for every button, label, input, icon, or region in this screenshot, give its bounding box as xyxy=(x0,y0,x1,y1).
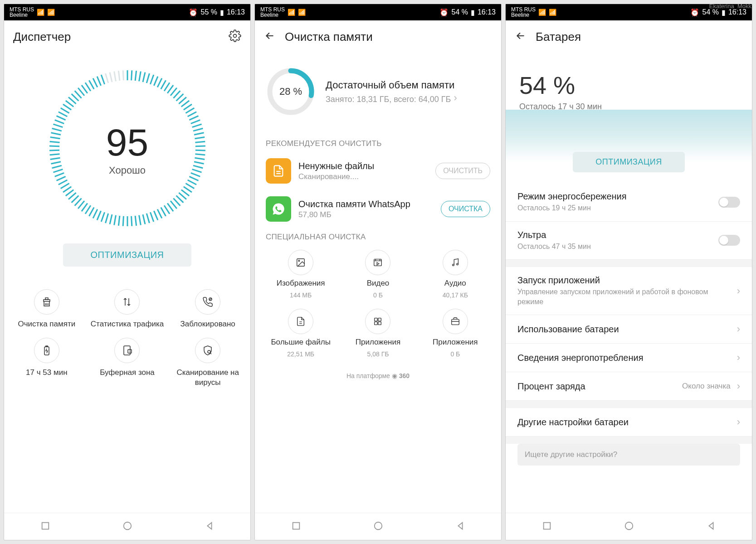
junk-sub: Сканирование.... xyxy=(298,172,428,181)
svg-line-2 xyxy=(131,70,132,80)
ctile-apps[interactable]: Приложения 5,08 ГБ xyxy=(341,309,415,358)
audio-icon xyxy=(443,250,468,275)
phone-manager: MTS RUS Beeline 📶 📶 ⏰ 55 % ▮ 16:13 Диспе… xyxy=(4,4,251,540)
svg-line-46 xyxy=(164,205,170,214)
whatsapp-icon xyxy=(266,196,291,222)
ctile-audio[interactable]: Аудио 40,17 КБ xyxy=(419,250,492,299)
nav-home-icon[interactable] xyxy=(624,521,634,533)
back-icon[interactable] xyxy=(264,30,276,44)
svg-line-21 xyxy=(189,116,198,120)
battery-remaining: Осталось 17 ч 30 мин xyxy=(519,102,738,112)
watermark: Ekaterina_Mokk xyxy=(709,3,751,10)
tile-dropzone[interactable]: Буферная зона xyxy=(89,338,166,387)
dropzone-icon xyxy=(114,338,140,363)
svg-line-7 xyxy=(150,75,153,84)
video-icon xyxy=(365,250,390,275)
ctile-bigfiles[interactable]: Большие файлы 22,51 МБ xyxy=(264,309,337,358)
svg-line-53 xyxy=(139,215,141,225)
svg-line-61 xyxy=(105,214,108,223)
svg-line-78 xyxy=(53,169,63,172)
row-details[interactable]: Сведения энергопотребления › xyxy=(506,344,752,372)
nav-recent-icon[interactable] xyxy=(40,521,50,533)
ctile-video[interactable]: Видео 0 Б xyxy=(341,250,415,299)
gear-icon[interactable] xyxy=(229,29,241,44)
clean-button[interactable]: ОЧИСТИТЬ xyxy=(435,163,490,179)
svg-line-47 xyxy=(161,208,166,216)
svg-line-102 xyxy=(89,80,94,89)
memory-summary[interactable]: 28 % Достаточный объем памяти Занято: 18… xyxy=(255,53,501,135)
nav-back-icon[interactable] xyxy=(205,521,215,533)
nav-recent-icon[interactable] xyxy=(291,521,301,533)
traffic-icon xyxy=(114,289,140,315)
svg-rect-128 xyxy=(378,322,381,325)
nav-home-icon[interactable] xyxy=(373,521,383,533)
memory-sub: Занято: 18,31 ГБ, всего: 64,00 ГБ xyxy=(326,95,451,104)
toggle-power-saving[interactable] xyxy=(718,197,740,208)
back-icon[interactable] xyxy=(515,30,527,44)
clean-button[interactable]: ОЧИСТКА xyxy=(441,201,490,217)
svg-line-89 xyxy=(53,124,63,127)
svg-line-75 xyxy=(58,180,67,185)
alarm-icon: ⏰ xyxy=(690,8,699,17)
ctile-apps2[interactable]: Приложения 0 Б xyxy=(419,309,492,358)
svg-line-27 xyxy=(195,141,205,142)
page-title: Очистка памяти xyxy=(285,30,492,44)
svg-line-33 xyxy=(193,165,203,168)
tile-label: 17 ч 53 мин xyxy=(26,368,67,377)
tile-blocked[interactable]: Заблокировано xyxy=(170,289,246,329)
svg-line-71 xyxy=(68,193,76,199)
svg-point-121 xyxy=(298,260,300,262)
svg-line-12 xyxy=(167,85,173,93)
phone-cleanup: MTS RUS Beeline 📶 📶 ⏰ 54 % ▮ 16:13 Очист… xyxy=(254,4,502,540)
tile-cleanup[interactable]: Очистка памяти xyxy=(9,289,85,329)
svg-line-93 xyxy=(60,108,69,113)
svg-point-123 xyxy=(452,264,454,266)
svg-point-0 xyxy=(234,34,237,38)
svg-line-3 xyxy=(135,71,137,81)
tile-battery[interactable]: 17 ч 53 мин xyxy=(9,338,85,387)
row-app-launch[interactable]: Запуск приложений Управление запуском пр… xyxy=(506,267,752,315)
nav-home-icon[interactable] xyxy=(122,521,132,533)
svg-line-48 xyxy=(157,209,162,219)
svg-line-79 xyxy=(52,165,61,168)
optimize-button[interactable]: ОПТИМИЗАЦИЯ xyxy=(573,152,684,172)
svg-line-106 xyxy=(105,73,108,83)
svg-line-54 xyxy=(135,216,137,226)
row-ultra[interactable]: Ультра Осталось 47 ч 35 мин xyxy=(506,222,752,260)
svg-line-72 xyxy=(65,190,73,196)
signal-icon: 📶 xyxy=(298,9,306,16)
svg-line-35 xyxy=(190,173,200,176)
image-icon xyxy=(288,250,313,275)
svg-line-108 xyxy=(114,72,116,82)
row-usage[interactable]: Использование батареи › xyxy=(506,315,752,344)
row-percent[interactable]: Процент заряда Около значка › xyxy=(506,372,752,401)
svg-line-29 xyxy=(195,150,205,151)
svg-line-16 xyxy=(179,97,186,103)
tile-label: Очистка памяти xyxy=(18,319,75,329)
svg-line-44 xyxy=(170,201,176,209)
search-hint[interactable]: Ищете другие настройки? xyxy=(517,444,740,466)
svg-line-59 xyxy=(114,215,116,225)
svg-line-55 xyxy=(131,216,132,226)
svg-line-101 xyxy=(85,83,91,91)
battery-icon xyxy=(34,338,59,363)
ctile-images[interactable]: Изображения 144 МБ xyxy=(264,250,337,299)
svg-line-23 xyxy=(192,124,201,127)
chevron-right-icon: › xyxy=(454,92,457,104)
tile-traffic[interactable]: Статистика трафика xyxy=(89,289,166,329)
svg-line-5 xyxy=(142,72,145,82)
nav-recent-icon[interactable] xyxy=(542,521,552,533)
svg-line-38 xyxy=(185,183,194,188)
nav-back-icon[interactable] xyxy=(706,521,716,533)
toggle-ultra[interactable] xyxy=(718,235,740,246)
svg-point-117 xyxy=(123,522,131,529)
percent-value: Около значка xyxy=(682,382,731,391)
row-power-saving[interactable]: Режим энергосбережения Осталось 19 ч 25 … xyxy=(506,183,752,222)
svg-rect-132 xyxy=(543,522,550,529)
tile-virus-scan[interactable]: Сканирование на вирусы xyxy=(170,338,246,387)
phone-blocked-icon xyxy=(195,289,220,315)
nav-back-icon[interactable] xyxy=(455,521,465,533)
svg-rect-126 xyxy=(378,318,381,321)
optimize-button[interactable]: ОПТИМИЗАЦИЯ xyxy=(63,243,191,267)
row-other-settings[interactable]: Другие настройки батареи › xyxy=(506,408,752,437)
